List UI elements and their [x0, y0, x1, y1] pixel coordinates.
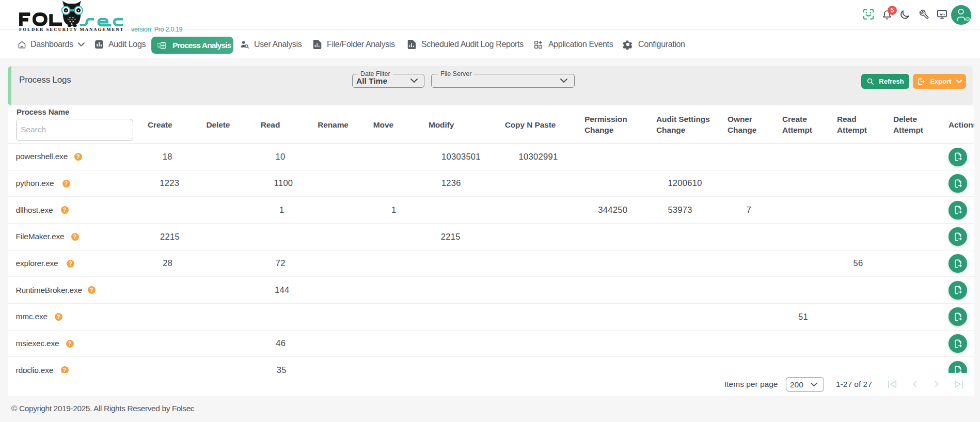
svg-text:FOLDER SECURITY MANAGEMENT: FOLDER SECURITY MANAGEMENT — [19, 27, 124, 32]
